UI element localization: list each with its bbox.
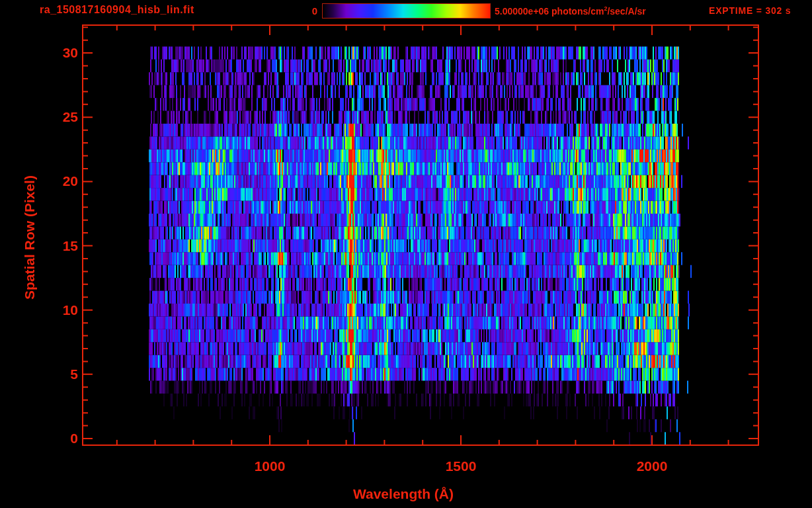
colorbar-max-label: 5.00000e+06 photons/cm2/sec/A/sr (495, 5, 646, 17)
exptime-label: EXPTIME = 302 s (709, 5, 791, 16)
file-title: ra_150817160904_hisb_lin.fit (40, 4, 194, 16)
colorbar-max-value: 5.00000e+06 (495, 6, 549, 17)
colorbar-units-prefix: photons/cm (551, 6, 604, 17)
y-tick-label: 5 (32, 366, 78, 382)
spectrogram-canvas (0, 0, 812, 508)
colorbar (322, 3, 491, 19)
colorbar-gradient (323, 4, 490, 18)
x-tick-label: 2000 (626, 458, 678, 474)
y-tick-label: 20 (32, 173, 78, 189)
y-tick-label: 0 (32, 431, 78, 446)
colorbar-min-label: 0 (284, 5, 317, 17)
x-axis-title: Wavelength (Å) (304, 486, 503, 502)
colorbar-units-suffix: /sec/A/sr (607, 6, 645, 17)
y-tick-label: 30 (32, 45, 78, 61)
y-tick-label: 25 (32, 109, 78, 125)
spectral-viewer: ra_150817160904_hisb_lin.fit 0 5.00000e+… (0, 0, 812, 508)
x-tick-label: 1000 (243, 458, 296, 474)
x-tick-label: 1500 (434, 458, 487, 474)
y-tick-label: 15 (32, 238, 78, 254)
y-tick-label: 10 (32, 302, 78, 318)
